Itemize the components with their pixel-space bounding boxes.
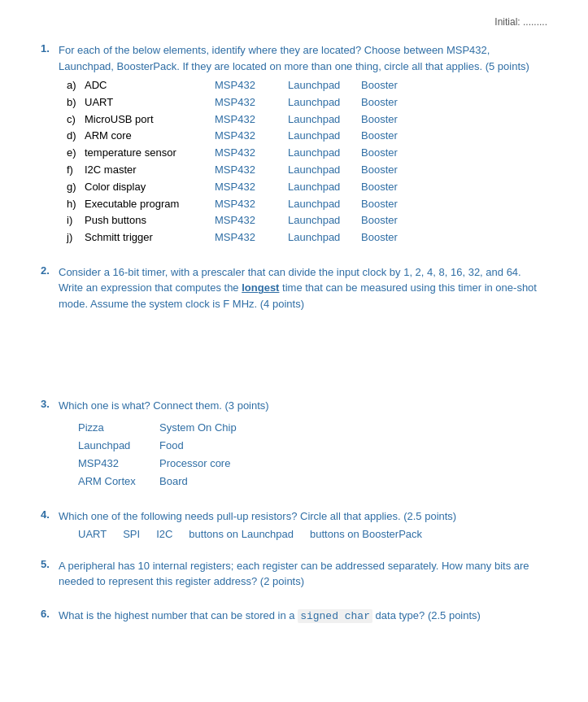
q3-col1: ARM Cortex <box>78 473 159 491</box>
q4-number: 4. <box>41 508 54 525</box>
q1-sub-item: g) Color display MSP432 Launchpad Booste… <box>67 179 547 196</box>
q1-item-c3: Booster <box>361 179 426 196</box>
initial-label: Initial: ......... <box>41 16 547 28</box>
q1-item-letter: g) <box>67 179 85 196</box>
q1-item-name: Push buttons <box>85 212 215 229</box>
q1-item-c3: Booster <box>361 111 426 129</box>
q1-item-c3: Booster <box>361 128 426 145</box>
q1-text: For each of the below elements, identify… <box>59 42 547 74</box>
q3-row: ARM Cortex Board <box>78 473 547 491</box>
q3-row: Launchpad Food <box>78 437 547 455</box>
q1-item-c2: Launchpad <box>288 212 361 229</box>
q1-sub-item: d) ARM core MSP432 Launchpad Booster <box>67 128 547 145</box>
q1-item-c1: MSP432 <box>215 229 288 246</box>
q1-item-c1: MSP432 <box>215 179 288 196</box>
q1-sub-item: i) Push buttons MSP432 Launchpad Booster <box>67 212 547 229</box>
q3-row: MSP432 Processor core <box>78 455 547 473</box>
q1-item-c1: MSP432 <box>215 128 288 145</box>
q3-col2: System On Chip <box>159 419 290 437</box>
q1-item-letter: f) <box>67 162 85 179</box>
q3-number: 3. <box>41 398 54 414</box>
q4-option: UART <box>78 528 107 540</box>
q1-sub-item: a) ADC MSP432 Launchpad Booster <box>67 77 547 94</box>
q1-sub-item: h) Executable program MSP432 Launchpad B… <box>67 196 547 213</box>
q4-text: Which one of the following needs pull-up… <box>59 508 456 525</box>
q4-option: SPI <box>123 528 140 540</box>
q1-item-c2: Launchpad <box>288 77 361 94</box>
q3-col1: Launchpad <box>78 437 159 455</box>
q1-sub-items: a) ADC MSP432 Launchpad Booster b) UART … <box>67 77 547 246</box>
q1-item-letter: j) <box>67 229 85 246</box>
q1-item-c3: Booster <box>361 77 426 94</box>
q3-col1: MSP432 <box>78 455 159 473</box>
q1-item-c2: Launchpad <box>288 145 361 162</box>
q4-option: I2C <box>156 528 172 540</box>
q1-item-c2: Launchpad <box>288 128 361 145</box>
question-3: 3. Which one is what? Connect them. (3 p… <box>41 398 547 491</box>
q3-col2: Processor core <box>159 455 290 473</box>
q1-item-name: Schmitt trigger <box>85 229 215 246</box>
q2-number: 2. <box>41 264 54 312</box>
q1-item-letter: i) <box>67 212 85 229</box>
q1-item-c3: Booster <box>361 229 426 246</box>
q3-row: Pizza System On Chip <box>78 419 547 437</box>
question-1: 1. For each of the below elements, ident… <box>41 42 547 246</box>
q1-item-c1: MSP432 <box>215 145 288 162</box>
q6-text: What is the highest number that can be s… <box>59 608 481 625</box>
q1-item-name: I2C master <box>85 162 215 179</box>
q1-item-c2: Launchpad <box>288 111 361 129</box>
q1-sub-item: f) I2C master MSP432 Launchpad Booster <box>67 162 547 179</box>
q1-item-c2: Launchpad <box>288 196 361 213</box>
q3-col1: Pizza <box>78 419 159 437</box>
q1-sub-item: j) Schmitt trigger MSP432 Launchpad Boos… <box>67 229 547 246</box>
q6-number: 6. <box>41 608 54 625</box>
q2-text: Consider a 16-bit timer, with a prescale… <box>59 264 547 312</box>
q1-item-c2: Launchpad <box>288 179 361 196</box>
q1-item-letter: h) <box>67 196 85 213</box>
q1-item-c2: Launchpad <box>288 94 361 111</box>
question-6: 6. What is the highest number that can b… <box>41 608 547 625</box>
q5-number: 5. <box>41 558 54 590</box>
question-4: 4. Which one of the following needs pull… <box>41 508 547 540</box>
q1-item-c3: Booster <box>361 212 426 229</box>
q3-col2: Food <box>159 437 290 455</box>
q4-option: buttons on BoosterPack <box>310 528 422 540</box>
q5-text: A peripheral has 10 internal registers; … <box>59 558 547 590</box>
q4-option: buttons on Launchpad <box>189 528 294 540</box>
q1-item-c1: MSP432 <box>215 212 288 229</box>
question-2: 2. Consider a 16-bit timer, with a presc… <box>41 264 547 381</box>
q1-item-name: UART <box>85 94 215 111</box>
q1-item-letter: e) <box>67 145 85 162</box>
q1-item-c2: Launchpad <box>288 229 361 246</box>
q1-sub-item: b) UART MSP432 Launchpad Booster <box>67 94 547 111</box>
q1-item-letter: b) <box>67 94 85 111</box>
q1-number: 1. <box>41 42 54 74</box>
q1-item-letter: d) <box>67 128 85 145</box>
q1-item-c1: MSP432 <box>215 77 288 94</box>
q2-answer-space <box>41 315 547 380</box>
q3-col2: Board <box>159 473 290 491</box>
q4-options: UARTSPII2Cbuttons on Launchpadbuttons on… <box>78 528 547 540</box>
q1-item-name: temperature sensor <box>85 145 215 162</box>
q1-item-c1: MSP432 <box>215 196 288 213</box>
q1-item-c2: Launchpad <box>288 162 361 179</box>
q1-item-c3: Booster <box>361 162 426 179</box>
q1-item-c3: Booster <box>361 196 426 213</box>
q1-item-c3: Booster <box>361 145 426 162</box>
q1-item-c1: MSP432 <box>215 162 288 179</box>
q1-item-c1: MSP432 <box>215 111 288 129</box>
q1-item-letter: a) <box>67 77 85 94</box>
q1-item-c1: MSP432 <box>215 94 288 111</box>
q1-item-name: ADC <box>85 77 215 94</box>
question-5: 5. A peripheral has 10 internal register… <box>41 558 547 590</box>
q1-item-name: Executable program <box>85 196 215 213</box>
q1-item-name: MicroUSB port <box>85 111 215 129</box>
q1-item-c3: Booster <box>361 94 426 111</box>
q1-sub-item: c) MicroUSB port MSP432 Launchpad Booste… <box>67 111 547 129</box>
q3-header: Which one is what? Connect them. (3 poin… <box>59 398 269 414</box>
q3-table: Pizza System On Chip Launchpad Food MSP4… <box>78 419 547 491</box>
q2-longest-word: longest <box>242 281 279 294</box>
q1-item-letter: c) <box>67 111 85 129</box>
q1-item-name: ARM core <box>85 128 215 145</box>
q6-code: signed char <box>298 609 372 623</box>
